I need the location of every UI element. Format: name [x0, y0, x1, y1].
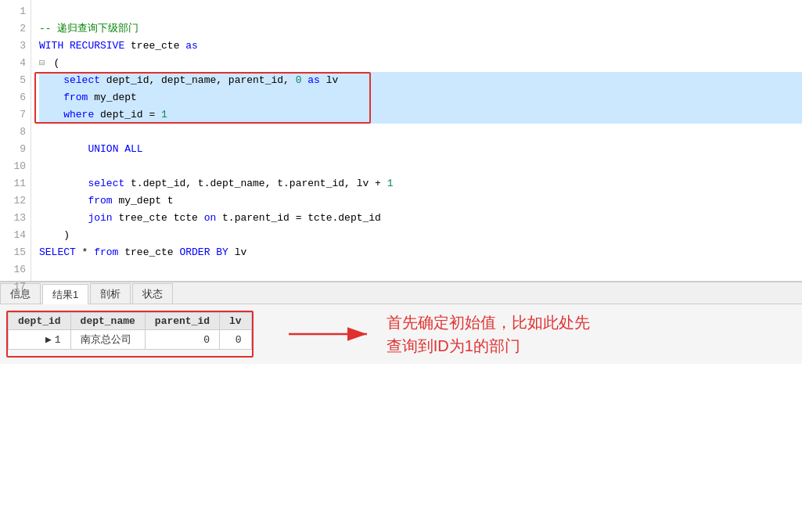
- code-token: (: [53, 55, 59, 72]
- code-token: dept_id, dept_name, parent_id,: [106, 72, 296, 89]
- code-token: 1: [161, 106, 167, 124]
- bottom-panel: 信息结果1剖析状态 dept_iddept_nameparent_idlv▶1南…: [0, 282, 802, 364]
- result-table-wrapper: dept_iddept_nameparent_idlv▶1南京总公司00: [6, 311, 254, 358]
- annotation-text: 首先确定初始值，比如此处先查询到ID为1的部门: [387, 311, 590, 358]
- code-token: tree_cte tcte: [118, 210, 203, 227]
- line-number: 17: [6, 279, 26, 296]
- code-token: [301, 72, 307, 89]
- code-token: WITH RECURSIVE: [39, 38, 131, 55]
- line-number: 2: [6, 20, 26, 38]
- annotation-area: 首先确定初始值，比如此处先查询到ID为1的部门: [285, 311, 796, 358]
- line-number: 14: [6, 227, 26, 244]
- code-token: lv: [235, 244, 247, 261]
- code-token: [39, 106, 63, 124]
- code-line: from my_dept: [39, 89, 802, 106]
- code-token: tree_cte: [124, 244, 179, 261]
- code-token: select: [88, 175, 131, 192]
- code-comment: -- 递归查询下级部门: [39, 20, 138, 38]
- code-token: UNION ALL: [88, 141, 142, 158]
- code-token: select: [63, 72, 106, 89]
- code-token: from: [88, 192, 118, 210]
- code-line: from my_dept t: [39, 192, 802, 210]
- line-number: 13: [6, 210, 26, 227]
- result-table: dept_iddept_nameparent_idlv▶1南京总公司00: [8, 312, 252, 350]
- table-header: dept_name: [70, 313, 145, 330]
- code-token: on: [204, 210, 222, 227]
- code-line: SELECT * from tree_cte ORDER BY lv: [39, 244, 802, 261]
- code-line: join tree_cte tcte on t.parent_id = tcte…: [39, 210, 802, 227]
- dept-name-cell: 南京总公司: [70, 330, 145, 350]
- parent-id-cell: 0: [145, 330, 219, 350]
- code-token: [39, 192, 88, 210]
- code-token: *: [76, 244, 94, 261]
- code-token: lv: [326, 72, 339, 89]
- table-header: parent_id: [145, 313, 219, 330]
- code-line: ⊟ (: [39, 55, 802, 72]
- line-numbers: 1234567891011121314151617: [0, 0, 31, 281]
- code-token: ORDER BY: [179, 244, 234, 261]
- line-number: 3: [6, 38, 26, 55]
- code-line: UNION ALL: [39, 141, 802, 158]
- lv-cell: 0: [220, 330, 252, 350]
- fold-indicator[interactable]: ⊟: [39, 55, 50, 72]
- code-token: [39, 89, 63, 106]
- code-token: my_dept t: [118, 192, 173, 210]
- code-line: [39, 261, 802, 279]
- line-number: 8: [6, 124, 26, 141]
- tab-bar: 信息结果1剖析状态: [0, 282, 802, 304]
- code-line: [39, 279, 802, 281]
- code-token: where: [63, 106, 100, 124]
- line-number: 6: [6, 89, 26, 106]
- code-line: select t.dept_id, t.dept_name, t.parent_…: [39, 175, 802, 192]
- code-token: from: [63, 89, 94, 106]
- code-token: 1: [387, 175, 394, 192]
- code-token: join: [88, 210, 118, 227]
- code-token: my_dept: [94, 89, 137, 106]
- code-line: ): [39, 227, 802, 244]
- code-token: dept_id =: [100, 106, 161, 124]
- code-line: [39, 3, 802, 20]
- results-area: dept_iddept_nameparent_idlv▶1南京总公司00 首先确…: [0, 304, 802, 364]
- arrow-icon: [285, 311, 379, 358]
- code-token: [39, 72, 63, 89]
- code-line: [39, 158, 802, 175]
- code-token: [39, 175, 88, 192]
- table-row: ▶1南京总公司00: [9, 330, 252, 350]
- code-token: 0: [296, 72, 302, 89]
- line-number: 15: [6, 244, 26, 261]
- code-token: from: [94, 244, 124, 261]
- code-token: [39, 141, 88, 158]
- line-number: 16: [6, 261, 26, 279]
- tab-结果1[interactable]: 结果1: [42, 284, 88, 304]
- line-number: 1: [6, 3, 26, 20]
- code-line: select dept_id, dept_name, parent_id, 0 …: [39, 72, 802, 89]
- code-line: where dept_id = 1: [39, 106, 802, 124]
- code-token: ): [39, 227, 70, 244]
- table-header: dept_id: [9, 313, 71, 330]
- tab-剖析[interactable]: 剖析: [90, 283, 131, 304]
- code-line: [39, 124, 802, 141]
- line-number: 5: [6, 72, 26, 89]
- row-indicator: ▶1: [9, 330, 71, 350]
- line-number: 11: [6, 175, 26, 192]
- table-header: lv: [220, 313, 252, 330]
- line-number: 12: [6, 192, 26, 210]
- code-token: [39, 210, 88, 227]
- tab-状态[interactable]: 状态: [132, 283, 173, 304]
- code-content: -- 递归查询下级部门WITH RECURSIVE tree_cte as⊟ (…: [31, 0, 802, 281]
- code-line: WITH RECURSIVE tree_cte as: [39, 38, 802, 55]
- line-number: 9: [6, 141, 26, 158]
- code-token: SELECT: [39, 244, 76, 261]
- code-line: -- 递归查询下级部门: [39, 20, 802, 38]
- code-token: t.parent_id = tcte.dept_id: [222, 210, 381, 227]
- line-number: 10: [6, 158, 26, 175]
- code-token: as: [307, 72, 325, 89]
- editor-area: 1234567891011121314151617 -- 递归查询下级部门WIT…: [0, 0, 802, 282]
- code-token: tree_cte: [131, 38, 185, 55]
- code-token: t.dept_id, t.dept_name, t.parent_id, lv …: [131, 175, 387, 192]
- line-number: 7: [6, 106, 26, 124]
- line-number: 4: [6, 55, 26, 72]
- code-token: as: [185, 38, 198, 55]
